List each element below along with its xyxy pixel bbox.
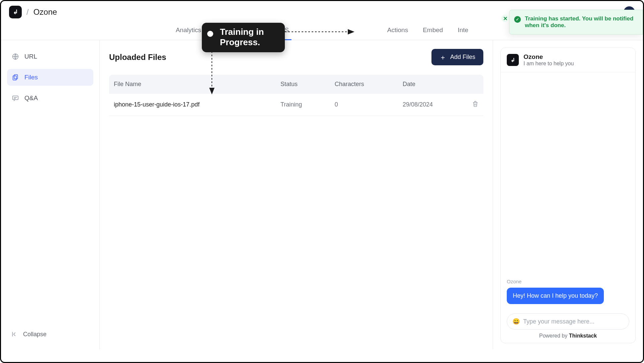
- powered-by: Powered by Thinkstack: [501, 333, 635, 343]
- sidebar-item-label: Files: [24, 74, 38, 81]
- chat-panel: ↳ Ozone I am here to help you Ozone Hey!…: [493, 40, 643, 349]
- callout-text: Training in Progress.: [220, 27, 264, 47]
- svg-rect-3: [13, 96, 18, 100]
- main: Uploaded Files ＋ Add Files File Name Sta…: [100, 40, 643, 349]
- chat-input[interactable]: [523, 318, 624, 325]
- cell-status: Training: [276, 94, 330, 116]
- col-status: Status: [276, 75, 330, 94]
- emoji-icon[interactable]: 😀: [512, 318, 520, 325]
- logo-mark-icon: ↳: [13, 8, 18, 16]
- delete-row-button[interactable]: [472, 102, 479, 108]
- powered-brand[interactable]: Thinkstack: [569, 333, 597, 339]
- callout-dot-icon: [207, 31, 213, 37]
- tab-analytics[interactable]: Analytics: [175, 22, 202, 40]
- sidebar: URL Files Q&A Collapse: [1, 40, 100, 349]
- collapse-icon: [11, 331, 18, 338]
- sidebar-item-label: Q&A: [24, 94, 38, 102]
- toast-text: Training has started. You will be notifi…: [525, 15, 633, 28]
- chat-input-wrap: 😀: [507, 313, 629, 330]
- col-date: Date: [398, 75, 467, 94]
- cell-characters: 0: [330, 94, 398, 116]
- svg-rect-1: [14, 75, 17, 79]
- body: URL Files Q&A Collapse: [1, 40, 643, 349]
- add-files-label: Add Files: [450, 54, 475, 61]
- check-circle-icon: ✓: [514, 16, 521, 23]
- cell-file-name: iphone-15-user-guide-ios-17.pdf: [109, 94, 276, 116]
- globe-icon: [12, 53, 19, 60]
- cell-date: 29/08/2024: [398, 94, 467, 116]
- sidebar-item-files[interactable]: Files: [7, 69, 93, 86]
- page-title: Uploaded Files: [109, 53, 166, 62]
- header-left: ↳ / Ozone: [9, 6, 57, 18]
- chat-qa-icon: [12, 94, 19, 102]
- powered-prefix: Powered by: [539, 333, 569, 339]
- plus-icon: ＋: [439, 54, 446, 61]
- col-file-name: File Name: [109, 75, 276, 94]
- content: Uploaded Files ＋ Add Files File Name Sta…: [100, 40, 493, 349]
- content-head: Uploaded Files ＋ Add Files: [109, 49, 483, 65]
- tutorial-callout: Training in Progress.: [202, 23, 285, 52]
- sidebar-item-qa[interactable]: Q&A: [7, 90, 93, 106]
- tab-embed[interactable]: Embed: [422, 22, 444, 40]
- col-characters: Characters: [330, 75, 398, 94]
- breadcrumb-bot-name[interactable]: Ozone: [33, 7, 57, 17]
- files-table: File Name Status Characters Date iphone-…: [109, 75, 483, 116]
- app-logo[interactable]: ↳: [9, 6, 22, 18]
- sidebar-item-label: URL: [24, 53, 37, 60]
- add-files-button[interactable]: ＋ Add Files: [431, 49, 483, 65]
- chat-card: ↳ Ozone I am here to help you Ozone Hey!…: [500, 48, 636, 343]
- chat-title: Ozone: [524, 53, 574, 61]
- sidebar-group: URL Files Q&A: [7, 48, 93, 327]
- collapse-label: Collapse: [23, 331, 47, 338]
- toast-close-button[interactable]: ✕: [501, 15, 509, 22]
- chat-logo-icon: ↳: [507, 54, 519, 66]
- sidebar-item-url[interactable]: URL: [7, 48, 93, 65]
- table-row: iphone-15-user-guide-ios-17.pdf Training…: [109, 94, 483, 116]
- chat-header: ↳ Ozone I am here to help you: [501, 48, 635, 72]
- toast-training-started: ✕ ✓ Training has started. You will be no…: [509, 10, 643, 34]
- chat-subtitle: I am here to help you: [524, 61, 574, 67]
- collapse-button[interactable]: Collapse: [7, 327, 93, 341]
- tab-integrations[interactable]: Inte: [457, 22, 469, 40]
- breadcrumb-slash: /: [26, 7, 29, 17]
- chat-sender-label: Ozone: [507, 279, 629, 284]
- svg-rect-2: [13, 76, 16, 80]
- file-copy-icon: [12, 74, 19, 81]
- chat-message: Hey! How can I help you today?: [507, 288, 604, 304]
- chat-body: Ozone Hey! How can I help you today?: [501, 72, 635, 309]
- tab-actions[interactable]: Actions: [387, 22, 409, 40]
